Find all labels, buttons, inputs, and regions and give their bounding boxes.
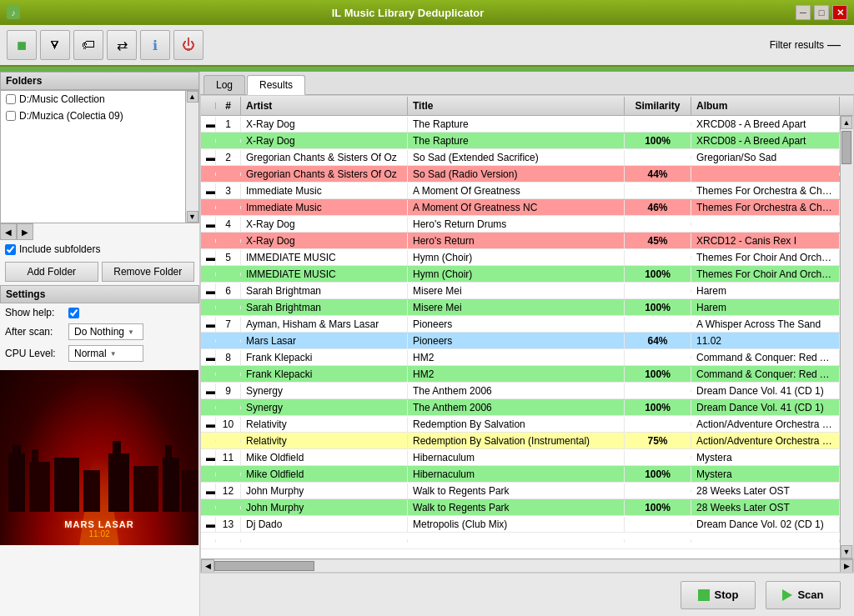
folder-scroll-down[interactable]: ▼ [187, 211, 198, 223]
scan-label: Scan [797, 588, 823, 601]
album-cell: A Whisper Across The Sand [691, 317, 840, 332]
num-cell: 9 [216, 383, 241, 398]
title-cell: Walk to Regents Park [408, 483, 625, 498]
artist-cell [241, 539, 408, 543]
expand-cell[interactable]: ▬ [201, 283, 216, 298]
num-cell [216, 539, 241, 543]
h-scroll-thumb[interactable] [214, 561, 314, 571]
expand-cell[interactable] [201, 539, 216, 543]
album-cell: XRCD08 - A Breed Apart [691, 133, 840, 148]
album-cell: Harem [691, 283, 840, 298]
expand-cell[interactable]: ▬ [201, 317, 216, 332]
add-folder-button[interactable]: Add Folder [5, 262, 98, 282]
show-help-checkbox[interactable] [68, 308, 79, 318]
expand-cell[interactable] [201, 506, 216, 509]
window-controls: ─ □ ✕ [796, 5, 847, 20]
expand-cell[interactable] [201, 473, 216, 476]
expand-cell[interactable]: ▬ [201, 383, 216, 398]
minimize-button[interactable]: ─ [796, 5, 811, 20]
similarity-cell: 45% [625, 233, 691, 248]
album-track: 11:02 [64, 529, 133, 538]
expand-cell[interactable] [201, 139, 216, 143]
expand-cell[interactable] [201, 239, 216, 243]
cpu-level-dropdown[interactable]: Normal ▼ [68, 345, 143, 362]
similarity-cell [625, 256, 691, 259]
cpu-level-row: CPU Level: Normal ▼ [5, 345, 194, 362]
power-button[interactable]: ⏻ [173, 30, 203, 60]
expand-cell[interactable] [201, 373, 216, 376]
artist-cell: IMMEDIATE MUSIC [241, 250, 408, 265]
filter-button[interactable]: ⛛ [40, 30, 70, 60]
maximize-button[interactable]: □ [814, 5, 829, 20]
folder-checkbox-2[interactable] [6, 111, 16, 121]
tab-log[interactable]: Log [203, 75, 245, 94]
include-subfolders-label: Include subfolders [19, 243, 100, 255]
table-row: ▬ 12 John Murphy Walk to Regents Park 28… [201, 483, 840, 499]
artist-cell: Synergy [241, 383, 408, 398]
v-scroll-down[interactable]: ▼ [841, 545, 852, 558]
v-scrollbar[interactable]: ▲ ▼ [840, 116, 853, 558]
table-row: ▬ 7 Ayman, Hisham & Mars Lasar Pioneers … [201, 316, 840, 333]
settings-title: Settings [0, 285, 199, 303]
v-scroll-thumb[interactable] [841, 131, 851, 164]
expand-cell[interactable] [201, 406, 216, 409]
similarity-cell [625, 156, 691, 159]
expand-cell[interactable] [201, 339, 216, 343]
expand-cell[interactable] [201, 173, 216, 176]
similarity-cell [625, 323, 691, 326]
folder-scroll-up[interactable]: ▲ [187, 91, 198, 103]
similarity-cell: 44% [625, 167, 691, 182]
expand-cell[interactable]: ▬ [201, 117, 216, 132]
table-row: Mike Oldfield Hibernaculum 100% Mystera [201, 466, 840, 483]
scan-button[interactable]: Scan [766, 581, 841, 609]
add-button[interactable]: ■ [7, 30, 37, 60]
expand-cell[interactable] [201, 306, 216, 309]
toolbar: ■ ⛛ 🏷 ⇄ ℹ ⏻ Filter results — [0, 25, 854, 67]
expand-cell[interactable] [201, 439, 216, 443]
nav-left[interactable]: ◀ [0, 223, 17, 240]
folder-list[interactable]: D:/Music Collection D:/Muzica (Colectia … [1, 91, 185, 223]
expand-cell[interactable] [201, 206, 216, 209]
num-cell: 12 [216, 483, 241, 498]
artist-cell: Sarah Brightman [241, 300, 408, 315]
table-body[interactable]: ▬ 1 X-Ray Dog The Rapture XRCD08 - A Bre… [201, 116, 840, 558]
expand-cell[interactable] [201, 273, 216, 276]
title-cell [408, 539, 625, 543]
similarity-cell [625, 356, 691, 359]
after-scan-row: After scan: Do Nothing ▼ [5, 323, 194, 340]
expand-cell[interactable]: ▬ [201, 517, 216, 532]
stop-button[interactable]: Stop [681, 581, 756, 609]
h-scroll-track [214, 560, 840, 572]
app-icon: ♪ [7, 6, 20, 19]
expand-cell[interactable]: ▬ [201, 183, 216, 198]
expand-cell[interactable]: ▬ [201, 350, 216, 365]
h-scrollbar[interactable]: ◀ ▶ [201, 558, 853, 572]
v-scroll-track [841, 129, 853, 545]
expand-cell[interactable]: ▬ [201, 217, 216, 232]
include-subfolders-checkbox[interactable] [5, 244, 16, 255]
remove-folder-button[interactable]: Remove Folder [102, 262, 195, 282]
close-button[interactable]: ✕ [832, 5, 847, 20]
expand-cell[interactable]: ▬ [201, 483, 216, 498]
shuffle-button[interactable]: ⇄ [107, 30, 137, 60]
expand-cell[interactable]: ▬ [201, 417, 216, 432]
expand-cell[interactable]: ▬ [201, 150, 216, 165]
expand-cell[interactable]: ▬ [201, 250, 216, 265]
h-scroll-right[interactable]: ▶ [840, 559, 853, 573]
similarity-cell: 64% [625, 333, 691, 348]
similarity-cell [625, 389, 691, 393]
similarity-cell: 100% [625, 267, 691, 282]
table-row: ▬ 2 Gregorian Chants & Sisters Of Oz So … [201, 149, 840, 166]
nav-right[interactable]: ▶ [17, 223, 33, 240]
after-scan-dropdown[interactable]: Do Nothing ▼ [68, 323, 143, 340]
folder-checkbox-1[interactable] [6, 94, 16, 104]
h-scroll-left[interactable]: ◀ [201, 559, 214, 573]
info-button[interactable]: ℹ [140, 30, 170, 60]
v-scroll-up[interactable]: ▲ [841, 116, 852, 129]
title-cell: HM2 [408, 367, 625, 382]
tag-button[interactable]: 🏷 [73, 30, 103, 60]
num-cell: 13 [216, 517, 241, 532]
tab-results[interactable]: Results [247, 75, 305, 95]
expand-cell[interactable]: ▬ [201, 450, 216, 465]
th-artist: Artist [241, 97, 408, 115]
